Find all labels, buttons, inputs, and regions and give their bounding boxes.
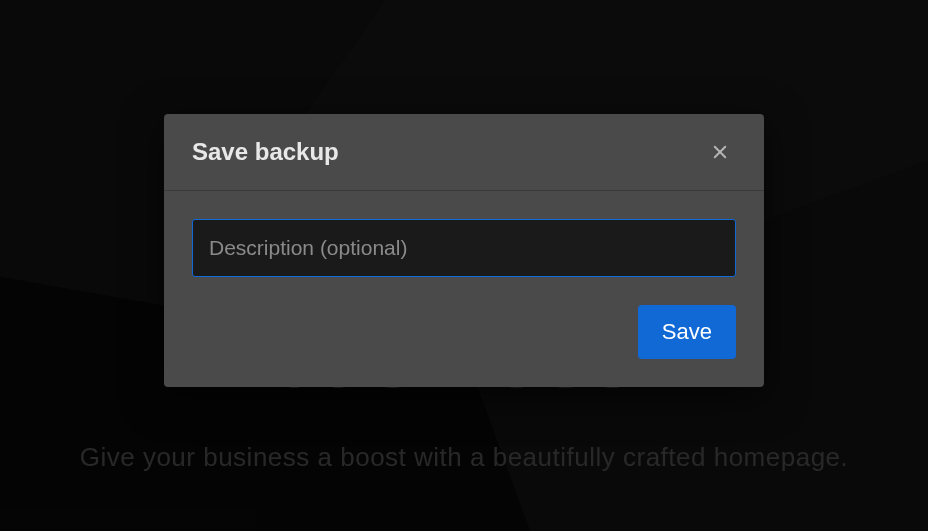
modal-title: Save backup [192,138,339,166]
modal-header: Save backup [164,114,764,191]
save-button[interactable]: Save [638,305,736,359]
save-backup-modal: Save backup Save [164,114,764,387]
description-input[interactable] [192,219,736,277]
close-icon [711,143,729,161]
modal-body [164,191,764,287]
close-button[interactable] [704,136,736,168]
modal-footer: Save [164,287,764,387]
